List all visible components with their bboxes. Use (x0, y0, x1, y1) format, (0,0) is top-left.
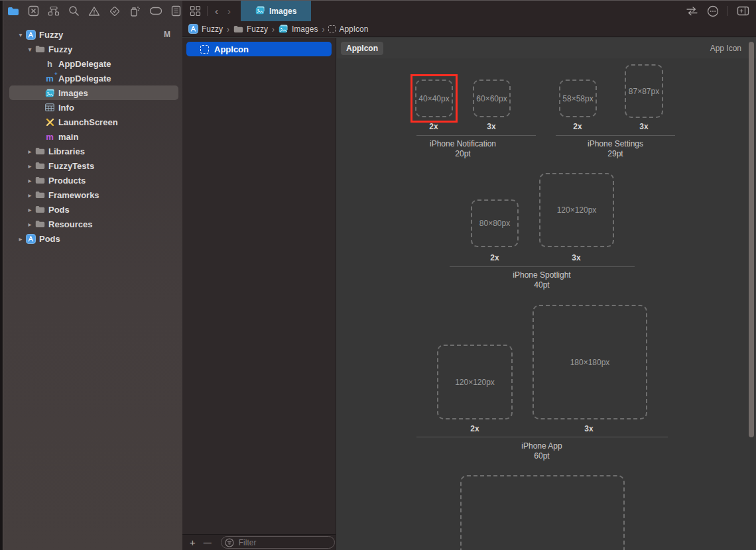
asset-list-item-appicon[interactable]: AppIcon (186, 42, 332, 56)
sidebar-item-libraries[interactable]: ▸Libraries (3, 144, 182, 158)
test-navigator-icon[interactable] (109, 5, 121, 18)
group-pt-size: 60pt (475, 451, 608, 461)
tab-overview-icon[interactable] (188, 5, 202, 18)
sidebar-item-appdelegate[interactable]: m+AppDelegate (3, 71, 182, 85)
find-navigator-icon[interactable] (68, 5, 81, 18)
asset-list-footer: + — (182, 534, 336, 550)
breadcrumb-item-fuzzy[interactable]: Fuzzy (188, 24, 223, 34)
group-label-iphone-settings: iPhone Settings29pt (549, 139, 682, 159)
breadcrumb-label: Images (292, 25, 318, 34)
sidebar-item-label: main (58, 132, 78, 142)
project-icon (25, 29, 36, 40)
icon-slot-iphone-spotlight-3x[interactable]: 120×120px (539, 173, 614, 247)
report-navigator-icon[interactable] (170, 5, 183, 18)
slot-scale-label: 3x (562, 253, 591, 262)
breadcrumb-label: Fuzzy (202, 25, 223, 34)
debug-navigator-icon[interactable] (129, 5, 141, 18)
slot-size-label: 120×120px (557, 205, 597, 215)
project-navigator-icon[interactable] (7, 5, 20, 18)
sidebar-item-frameworks[interactable]: ▸Frameworks (3, 188, 182, 202)
window-top-border (0, 0, 756, 1)
disclosure-down-icon[interactable]: ▾ (16, 31, 25, 38)
source-control-status-badge: M (164, 30, 170, 39)
group-label-iphone-spotlight: iPhone Spotlight40pt (475, 270, 608, 290)
inspector-toggle-icon[interactable] (736, 5, 749, 18)
back-chevron-icon[interactable]: ‹ (213, 6, 220, 16)
file-m-icon: m+ (44, 73, 55, 83)
sidebar-item-fuzzy-project[interactable]: ▾FuzzyM (3, 27, 182, 42)
icon-slot-iphone-app-2x[interactable]: 120×120px (437, 345, 513, 419)
asset-catalog-icon (279, 25, 288, 33)
disclosure-right-icon[interactable]: ▸ (25, 177, 34, 184)
breadcrumb-separator: › (227, 23, 229, 35)
icon-slot-iphone-app-3x[interactable]: 180×180px (533, 305, 647, 419)
issue-navigator-icon[interactable] (88, 5, 101, 18)
icon-slot-iphone-notification-3x[interactable]: 60×60px (473, 80, 511, 117)
sidebar-item-label: Frameworks (48, 190, 99, 200)
icon-slot-iphone-notification-2x[interactable]: 40×40px (415, 80, 453, 117)
sidebar-item-label: Resources (48, 219, 92, 229)
sidebar-item-products[interactable]: ▸Products (3, 173, 182, 188)
disclosure-right-icon[interactable]: ▸ (25, 148, 34, 155)
breadcrumb-item-fuzzy[interactable]: Fuzzy (233, 25, 268, 34)
sidebar-item-resources[interactable]: ▸Resources (3, 217, 182, 231)
toolbar-separator (727, 6, 728, 16)
breadcrumb-label: AppIcon (339, 25, 368, 34)
slot-size-label: 40×40px (418, 94, 449, 103)
tab-bar-right (685, 5, 756, 18)
project-icon (188, 24, 198, 34)
disclosure-right-icon[interactable]: ▸ (25, 221, 34, 228)
dashed-square-icon (328, 25, 336, 32)
tab-images[interactable]: Images (241, 1, 311, 21)
sidebar-item-label: Pods (39, 234, 60, 244)
source-control-icon[interactable] (28, 5, 40, 18)
sidebar-item-label: Products (48, 176, 86, 186)
folder-icon (34, 219, 45, 229)
disclosure-right-icon[interactable]: ▸ (25, 162, 34, 170)
disclosure-right-icon[interactable]: ▸ (25, 192, 34, 199)
slot-scale-label: 3x (477, 122, 506, 131)
sidebar-item-label: AppDelegate (58, 74, 111, 83)
icon-slot-iphone-settings-3x[interactable]: 87×87px (625, 64, 663, 118)
sidebar-item-info[interactable]: Info (3, 100, 182, 115)
group-name: iPhone Spotlight (475, 270, 608, 280)
sidebar-item-appdelegate[interactable]: hAppDelegate (3, 56, 182, 71)
filter-input[interactable] (237, 537, 334, 548)
add-asset-button[interactable]: + (186, 537, 200, 547)
sidebar-item-images[interactable]: Images (3, 85, 182, 100)
breadcrumb-item-images[interactable]: Images (279, 25, 318, 34)
asset-editor-canvas: AppIcon App Icon 40×40px2x60×60px3xiPhon… (337, 38, 756, 550)
folder-icon (34, 175, 45, 186)
asset-item-label: AppIcon (214, 44, 249, 54)
slot-scale-label: 2x (419, 122, 448, 131)
disclosure-right-icon[interactable]: ▸ (25, 206, 34, 213)
sidebar-item-launchscreen[interactable]: LaunchScreen (3, 115, 182, 129)
slot-size-label: 180×180px (570, 358, 610, 367)
group-separator-line (416, 135, 536, 136)
remove-asset-button[interactable]: — (200, 539, 216, 547)
tab-bar: ‹ › Images (182, 1, 756, 21)
icon-slot-iphone-settings-2x[interactable]: 58×58px (559, 80, 597, 117)
sidebar-item-pods-project[interactable]: ▸Pods (3, 231, 182, 246)
code-review-icon[interactable] (685, 5, 698, 18)
editor-scrollbar-thumb[interactable] (749, 42, 754, 437)
filter-field[interactable] (221, 536, 335, 549)
sidebar-item-main[interactable]: mmain (3, 129, 182, 144)
sidebar-item-label: Fuzzy (48, 44, 72, 54)
selection-highlight (9, 85, 178, 100)
forward-chevron-icon[interactable]: › (225, 6, 233, 16)
breadcrumb-label: Fuzzy (247, 25, 268, 34)
breakpoint-navigator-icon[interactable] (149, 5, 162, 18)
icon-slot-iphone-spotlight-2x[interactable]: 80×80px (471, 199, 519, 247)
breadcrumb-item-appicon[interactable]: AppIcon (328, 25, 368, 34)
disclosure-down-icon[interactable]: ▾ (25, 46, 34, 53)
asset-list-pane: AppIcon + — (182, 38, 336, 550)
selected-asset-chip: AppIcon (341, 42, 383, 55)
more-options-icon[interactable] (706, 5, 720, 18)
symbol-navigator-icon[interactable] (48, 5, 60, 18)
sidebar-item-fuzzy[interactable]: ▾Fuzzy (3, 42, 182, 56)
sidebar-item-pods[interactable]: ▸Pods (3, 202, 182, 217)
sidebar-item-fuzzytests[interactable]: ▸FuzzyTests (3, 158, 182, 173)
disclosure-right-icon[interactable]: ▸ (16, 235, 25, 243)
icon-slot-partial[interactable] (460, 475, 625, 550)
